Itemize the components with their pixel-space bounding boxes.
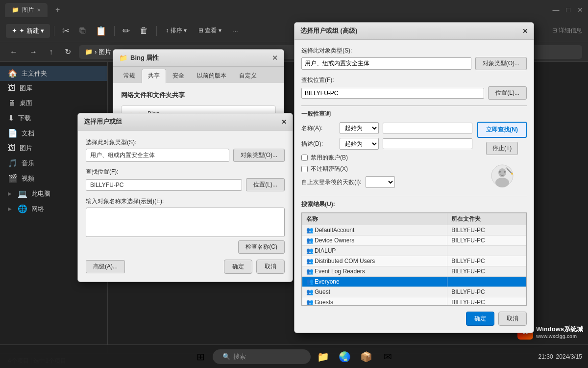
result-name: Event Log Readers (315, 268, 365, 275)
sidebar-item-home[interactable]: 🏠 主文件夹 (0, 66, 107, 81)
results-container[interactable]: 名称 所在文件夹 👥DefaultAccountBILLYFU-PC👥Devic… (301, 212, 527, 306)
table-row[interactable]: 👥GuestBILLYFU-PC (302, 287, 526, 297)
result-name-cell: 👥Device Owners (302, 236, 447, 246)
paste-btn[interactable]: 📋 (92, 23, 110, 39)
group-icon: 👥 (306, 299, 314, 306)
computer-icon: 💻 (18, 189, 27, 198)
name-query-row: 名称(A): 起始为 包含 (301, 122, 472, 134)
desc-query-label: 描述(D): (301, 140, 336, 148)
taskbar-search[interactable]: 🔍 搜索 (213, 349, 311, 364)
location-btn[interactable]: 位置(L)... (246, 178, 285, 191)
group-icon: 👥 (306, 278, 314, 285)
bing-title-text: Bing 属性 (130, 53, 159, 62)
adv-location-value: BILLYFU-PC (301, 88, 484, 99)
tab-security[interactable]: 安全 (166, 69, 191, 83)
adv-location-btn[interactable]: 位置(L)... (488, 86, 527, 100)
copy-btn[interactable]: ⧉ (75, 23, 90, 38)
select-user-ok-btn[interactable]: 确定 (224, 260, 252, 274)
table-row[interactable]: 👥Everyone (302, 277, 526, 287)
tab-share[interactable]: 共享 (142, 69, 166, 83)
adv-object-type-btn[interactable]: 对象类型(O)... (475, 57, 527, 70)
taskbar-store-btn[interactable]: 📦 (357, 347, 375, 366)
result-name-cell: 👥DIALUP (302, 246, 447, 256)
result-name-cell: 👥Guest (302, 287, 447, 297)
no-expire-label: 不过期密码(X) (311, 165, 348, 173)
check-names-btn[interactable]: 检查名称(C) (238, 240, 285, 254)
table-row[interactable]: 👥Event Log ReadersBILLYFU-PC (302, 266, 526, 277)
sidebar-label: 图库 (20, 84, 32, 93)
advanced-title-bar: 选择用户或组 (高级) ✕ (294, 23, 534, 40)
no-expire-checkbox[interactable] (301, 166, 308, 172)
bing-close-btn[interactable]: ✕ (272, 54, 278, 62)
advanced-close-btn[interactable]: ✕ (522, 27, 528, 35)
table-row[interactable]: 👥Distributed COM UsersBILLYFU-PC (302, 256, 526, 266)
common-query-area: 一般性查询 名称(A): 起始为 包含 描述(D): (301, 110, 527, 192)
search-now-btn[interactable]: 立即查找(N) (477, 122, 527, 138)
object-type-btn[interactable]: 对象类型(O)... (233, 149, 285, 162)
disabled-accounts-checkbox[interactable] (301, 155, 308, 161)
sidebar-item-desktop[interactable]: 🖥 桌面 (0, 96, 107, 110)
new-tab-btn[interactable]: + (51, 4, 64, 15)
desc-query-input[interactable] (383, 138, 472, 149)
object-name-input[interactable] (86, 208, 285, 237)
select-user-close-btn[interactable]: ✕ (281, 118, 287, 126)
minimize-icon[interactable]: — (553, 6, 560, 14)
result-folder-cell: BILLYFU-PC (447, 236, 526, 246)
delete-btn[interactable]: 🗑 (136, 23, 152, 38)
group-icon: 👥 (306, 227, 314, 234)
up-btn[interactable]: ↑ (45, 45, 57, 59)
taskbar-mail-btn[interactable]: ✉ (378, 347, 397, 366)
refresh-btn[interactable]: ↻ (61, 45, 75, 59)
detail-view-btn[interactable]: ⊟ 详细信息 (552, 26, 582, 35)
result-folder-cell (447, 246, 526, 256)
close-icon[interactable]: ✕ (577, 6, 583, 14)
more-btn[interactable]: ··· (228, 25, 243, 37)
new-button[interactable]: ✦ ✦ 新建 ▾ (6, 24, 50, 38)
result-folder-cell: BILLYFU-PC (447, 297, 526, 306)
sidebar-item-gallery[interactable]: 🖼 图库 (0, 81, 107, 96)
network-icon: 🌐 (18, 204, 27, 213)
back-btn[interactable]: ← (6, 45, 22, 59)
select-user-cancel-btn[interactable]: 取消 (256, 260, 285, 274)
advanced-btn[interactable]: 高级(A)... (86, 260, 125, 273)
home-icon: 🏠 (8, 69, 18, 78)
group-icon: 👥 (306, 247, 314, 254)
cut-btn[interactable]: ✂ (58, 23, 74, 39)
maximize-icon[interactable]: □ (566, 6, 570, 14)
videos-icon: 🎬 (8, 174, 18, 183)
taskbar-browser-btn[interactable]: 🌏 (335, 347, 354, 366)
name-filter-select[interactable]: 起始为 包含 (340, 122, 379, 134)
tab-custom[interactable]: 自定义 (233, 69, 263, 83)
adv-object-type-label: 选择此对象类型(S): (301, 47, 527, 55)
days-select[interactable] (366, 176, 395, 188)
svg-point-3 (499, 171, 501, 173)
tab-close-btn[interactable]: ✕ (37, 7, 41, 13)
stop-btn[interactable]: 停止(T) (486, 142, 518, 155)
table-row[interactable]: 👥Device OwnersBILLYFU-PC (302, 236, 526, 246)
rename-btn[interactable]: ✏ (119, 23, 134, 39)
taskbar: ⊞ 🔍 搜索 📁 🌏 📦 ✉ 21:30 2024/3/15 (0, 344, 588, 368)
table-row[interactable]: 👥DIALUP (302, 246, 526, 256)
tab-previous[interactable]: 以前的版本 (191, 69, 233, 83)
desc-filter-select[interactable]: 起始为 包含 (340, 138, 379, 150)
start-btn[interactable]: ⊞ (191, 347, 210, 366)
view-btn[interactable]: ⊞ 查看 ▾ (194, 24, 226, 37)
date: 2024/3/15 (556, 353, 582, 360)
table-row[interactable]: 👥GuestsBILLYFU-PC (302, 297, 526, 306)
sidebar-label: 文档 (22, 129, 34, 138)
tab-general[interactable]: 常规 (117, 69, 142, 83)
taskbar-explorer-btn[interactable]: 📁 (314, 347, 332, 366)
table-row[interactable]: 👥DefaultAccountBILLYFU-PC (302, 225, 526, 236)
result-name: Distributed COM Users (315, 258, 375, 264)
dialog-advanced-select: 选择用户或组 (高级) ✕ 选择此对象类型(S): 用户、组或内置安全主体 对象… (294, 22, 534, 333)
folder-icon: 📁 (12, 6, 19, 13)
advanced-cancel-btn[interactable]: 取消 (498, 312, 527, 326)
name-query-input[interactable] (383, 123, 472, 133)
sort-btn[interactable]: ↕ 排序 ▾ (161, 24, 192, 37)
forward-btn[interactable]: → (25, 45, 41, 59)
explorer-tab[interactable]: 📁 图片 ✕ (5, 3, 48, 17)
new-icon: ✦ (12, 27, 17, 34)
location-row: BILLYFU-PC 位置(L)... (86, 178, 285, 191)
divider-3 (156, 26, 157, 36)
advanced-ok-btn[interactable]: 确定 (466, 312, 494, 326)
